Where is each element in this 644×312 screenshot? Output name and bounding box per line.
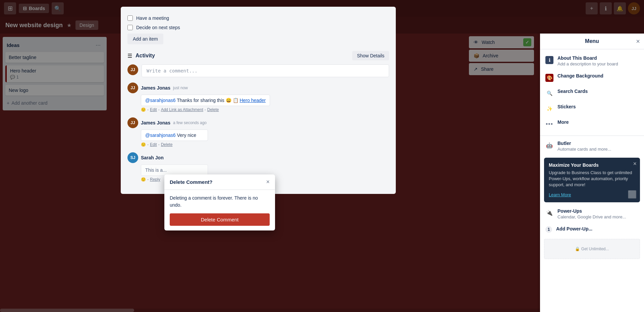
activity-title: Activity (136, 53, 155, 59)
menu-item-stickers[interactable]: ✨ Stickers (540, 101, 644, 116)
add-power-up-label: Add Power-Up... (556, 226, 592, 231)
search-cards-icon: 🔍 (545, 89, 553, 97)
reply-comment-2[interactable]: Reply (150, 177, 160, 182)
activity-title-row: ☰ Activity (127, 53, 155, 59)
learn-more-link[interactable]: Learn More (549, 192, 571, 197)
hero-header-link[interactable]: Hero header (239, 98, 266, 103)
menu-section-main: ℹ About This Board Add a description to … (540, 49, 644, 134)
edit-comment-1[interactable]: Edit (150, 142, 157, 147)
activity-header: ☰ Activity Show Details (127, 51, 389, 60)
power-ups-icon: 🔌 (545, 209, 553, 217)
activity-entry-1: JJ James Jonas a few seconds ago @sarahj… (127, 117, 389, 147)
about-icon: ℹ (545, 56, 553, 64)
card-modal: Have a meeting Decide on next steps Add … (121, 7, 396, 194)
comment-bubble-0: @sarahjonas6 Thanks for sharing this 😄 📋… (141, 95, 270, 106)
menu-item-more[interactable]: ••• More (540, 116, 644, 132)
delete-modal-close-button[interactable]: × (266, 178, 270, 186)
upgrade-banner: × Maximize Your Boards Upgrade to Busine… (544, 158, 640, 202)
more-icon: ••• (545, 120, 553, 128)
upgrade-banner-icon: ⬜ (628, 190, 637, 199)
menu-placeholder: 🔒 Get Unlimited... (544, 239, 640, 259)
delete-comment-0[interactable]: Delete (207, 107, 219, 112)
edit-comment-0[interactable]: Edit (150, 107, 157, 112)
comment-bubble-2: This is a... (141, 164, 208, 176)
menu-title: Menu (585, 38, 599, 44)
upgrade-desc: Upgrade to Business Class to get unlimit… (549, 170, 635, 188)
delete-modal-header: Delete Comment? × (164, 174, 275, 190)
butler-icon: 🤖 (545, 141, 553, 149)
menu-header: Menu × (540, 34, 644, 49)
menu-item-about[interactable]: ℹ About This Board Add a description to … (540, 52, 644, 70)
activity-entry-0: JJ James Jonas just now @sarahjonas6 Tha… (127, 83, 389, 112)
upgrade-close-button[interactable]: × (633, 160, 637, 167)
confirm-delete-button[interactable]: Delete Comment (170, 213, 270, 226)
add-power-up-count: 1 (545, 226, 552, 233)
activity-icon: ☰ (127, 53, 132, 59)
add-item-button[interactable]: Add an item (127, 34, 163, 44)
add-link-attachment-0[interactable]: Add Link as Attachment (161, 107, 203, 112)
checklist-item-1: Decide on next steps (127, 23, 389, 32)
comment-bubble-1: @sarahjonas6 Very nice (141, 129, 208, 141)
checklist-item-0: Have a meeting (127, 13, 389, 23)
reaction-icon-2: 🙂 (141, 177, 146, 182)
comment-input[interactable] (142, 64, 389, 77)
comment-input-row: JJ (127, 64, 389, 77)
checklist-checkbox-1[interactable] (127, 25, 133, 30)
menu-panel: Menu × ℹ About This Board Add a descript… (540, 34, 644, 312)
comment-actions-0: 🙂 - Edit - Add Link as Attachment - Dele… (141, 107, 389, 112)
entry-1-avatar: JJ (127, 117, 138, 128)
delete-modal-body: Deleting a comment is forever. There is … (164, 190, 275, 230)
show-details-button[interactable]: Show Details (352, 51, 389, 60)
menu-close-button[interactable]: × (636, 38, 640, 45)
menu-item-butler[interactable]: 🤖 Butler Automate cards and more... (540, 137, 644, 155)
menu-item-power-ups[interactable]: 🔌 Power-Ups Calendar, Google Drive and m… (540, 205, 644, 223)
background-icon: 🎨 (545, 74, 553, 82)
delete-comment-modal: Delete Comment? × Deleting a comment is … (164, 174, 275, 230)
delete-modal-text: Deleting a comment is forever. There is … (170, 195, 270, 209)
delete-modal-title: Delete Comment? (170, 179, 213, 185)
entry-2-avatar: SJ (127, 152, 138, 163)
activity-section: ☰ Activity Show Details JJ JJ James Jona… (127, 51, 389, 182)
stickers-icon: ✨ (545, 105, 553, 113)
entry-0-avatar: JJ (127, 83, 138, 93)
upgrade-title: Maximize Your Boards (549, 162, 635, 168)
menu-item-background[interactable]: 🎨 Change Background (540, 70, 644, 85)
checklist-section: Have a meeting Decide on next steps Add … (127, 13, 389, 44)
reaction-icon-0: 🙂 (141, 107, 146, 112)
menu-item-search[interactable]: 🔍 Search Cards (540, 85, 644, 101)
delete-comment-1[interactable]: Delete (161, 142, 173, 147)
reaction-icon-1: 🙂 (141, 142, 146, 147)
comment-actions-1: 🙂 - Edit - Delete (141, 142, 389, 147)
menu-item-add-power-up[interactable]: 1 Add Power-Up... (540, 223, 644, 236)
checklist-checkbox-0[interactable] (127, 15, 133, 21)
comment-user-avatar: JJ (127, 64, 138, 75)
